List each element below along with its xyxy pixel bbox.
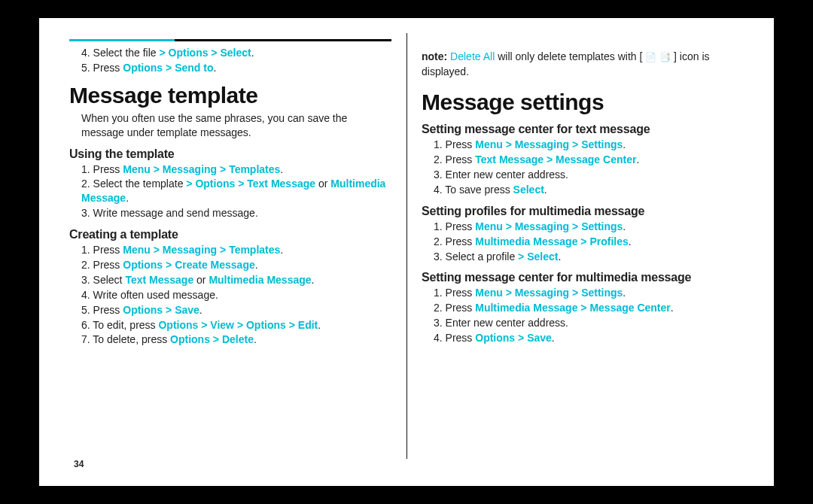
step-item: Press Menu > Messaging > Templates.	[81, 243, 391, 257]
step-item: Select the template > Options > Text Mes…	[81, 177, 391, 205]
step-item: Write often used message.	[81, 288, 391, 302]
step-item: Press Menu > Messaging > Settings.	[434, 138, 744, 152]
right-column: note: Delete All will only delete templa…	[422, 39, 744, 475]
page-number: 34	[74, 459, 84, 469]
step-item: Press Options > Save.	[434, 331, 744, 345]
column-divider	[406, 33, 407, 459]
step-item: Enter new center address.	[434, 168, 744, 182]
step-item: Press Menu > Messaging > Templates.	[81, 162, 391, 177]
step-item: Write message and send message.	[81, 206, 391, 220]
subheading-creating-template: Creating a template	[69, 228, 391, 241]
step-item: Press Menu > Messaging > Settings.	[434, 220, 744, 234]
template-icon-b: 📑	[659, 52, 671, 62]
step-item: Press Text Message > Message Center.	[434, 153, 744, 167]
step-item: Select a profile > Select.	[434, 250, 744, 264]
step-item: To save press Select.	[434, 183, 744, 197]
steps-mm-profiles: Press Menu > Messaging > Settings.Press …	[434, 220, 744, 264]
subheading-mm-center: Setting message center for multimedia me…	[422, 271, 744, 284]
step-item: Press Options > Create Message.	[81, 258, 391, 272]
steps-creating-template: Press Menu > Messaging > Templates.Press…	[81, 243, 391, 347]
subheading-using-template: Using the template	[69, 147, 391, 161]
note-label: note:	[422, 50, 450, 62]
subheading-text-center: Setting message center for text message	[422, 123, 744, 136]
steps-using-template: Press Menu > Messaging > Templates.Selec…	[81, 162, 391, 221]
step-item: Press Options > Send to.	[81, 61, 391, 75]
steps-mm-center: Press Menu > Messaging > Settings.Press …	[434, 286, 744, 345]
step-item: Press Multimedia Message > Profiles.	[434, 235, 744, 249]
step-item: Enter new center address.	[434, 316, 744, 330]
step-item: Select Text Message or Multimedia Messag…	[81, 273, 391, 287]
heading-message-template: Message template	[69, 83, 391, 108]
left-column: Select the file > Options > Select.Press…	[69, 39, 391, 475]
top-rule-accent	[69, 39, 175, 41]
step-item: Press Multimedia Message > Message Cente…	[434, 301, 744, 315]
manual-page: Select the file > Options > Select.Press…	[39, 18, 774, 486]
step-item: To delete, press Options > Delete.	[81, 332, 391, 347]
template-icon-a: 📄	[645, 52, 656, 62]
continued-steps: Select the file > Options > Select.Press…	[81, 46, 391, 75]
step-item: Press Menu > Messaging > Settings.	[434, 286, 744, 300]
step-item: Press Options > Save.	[81, 303, 391, 317]
note-delete-all: note: Delete All will only delete templa…	[422, 50, 744, 79]
intro-template: When you often use the same phrases, you…	[81, 111, 391, 140]
step-item: Select the file > Options > Select.	[81, 46, 391, 60]
subheading-mm-profiles: Setting profiles for multimedia message	[422, 205, 744, 218]
steps-text-center: Press Menu > Messaging > Settings.Press …	[434, 138, 744, 197]
top-rule	[69, 39, 391, 41]
heading-message-settings: Message settings	[422, 90, 744, 115]
note-delete-all-link: Delete All	[450, 50, 498, 62]
note-text-1: will only delete templates with [	[498, 50, 645, 62]
step-item: To edit, press Options > View > Options …	[81, 318, 391, 332]
